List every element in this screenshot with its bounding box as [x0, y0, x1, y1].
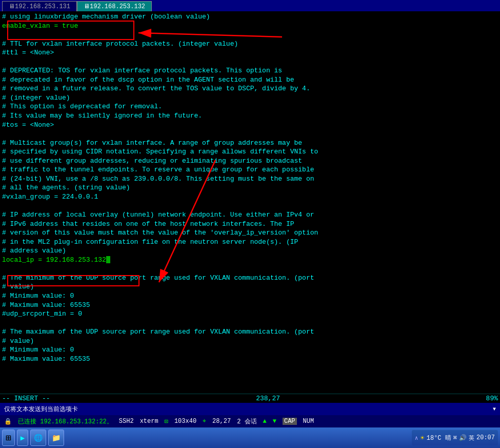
code-line-7: # deprecated in favor of the dscp option… [2, 75, 498, 85]
arrow-up-icon: ▲ [263, 418, 267, 425]
code-line-23: # IPv6 address that resides on one of th… [2, 220, 498, 229]
terminal-taskbar-icon: ▶ [21, 434, 25, 442]
code-line-30: # value) [2, 282, 498, 291]
terminal-type: xterm [140, 418, 158, 425]
code-line-10: # This option is deprecated for removal. [2, 102, 498, 111]
code-line-4: #ttl = <None> [2, 48, 498, 57]
code-line-18: # (24-bit) VNI, use a /8 such as 239.0.0… [2, 174, 498, 184]
cursor-position: 238,27 [256, 395, 280, 402]
network-icon: ⌘ [453, 434, 457, 442]
code-line-12: #tos = <None> [2, 121, 498, 130]
code-line-26: # address value) [2, 246, 498, 256]
send-bar: 仅将文本发送到当前选项卡 ▼ [0, 403, 500, 415]
code-line-24: # version of this value must match the v… [2, 228, 498, 238]
cursor-icon: ⌖ [203, 418, 206, 425]
code-line-22: # IP address of local overlay (tunnel) n… [2, 210, 498, 220]
tab-label-1: 192.168.253.131 [15, 3, 70, 10]
tab-bar: 🖥 192.168.253.131 🖥 192.168.253.132 [0, 0, 500, 11]
main-content: # using linuxbridge mechanism driver (bo… [0, 11, 500, 403]
code-line-19: # all the agents. (string value) [2, 183, 498, 192]
code-line-2 [2, 30, 498, 40]
code-line-21 [2, 201, 498, 210]
tab-icon-2: 🖥 [84, 3, 90, 10]
code-line-0: # using linuxbridge mechanism driver (bo… [2, 12, 498, 22]
code-line-28 [2, 264, 498, 274]
cap-label: CAP [283, 418, 297, 425]
protocol-label: SSH2 [119, 418, 134, 425]
code-line-5 [2, 57, 498, 67]
sys-tray: ∧ ☀ 18°C 晴 ⌘ 🔊 英 20:07 [412, 430, 498, 445]
code-line-27: local_ip = 192.168.253.132 [2, 256, 498, 265]
clock: 20:07 [476, 434, 495, 441]
tab-2[interactable]: 🖥 192.168.253.132 [77, 1, 152, 11]
code-line-3: # TTL for vxlan interface protocol packe… [2, 40, 498, 49]
cursor-pos: 28,27 [212, 418, 231, 425]
dropdown-arrow-icon[interactable]: ▼ [493, 406, 496, 412]
code-line-20: #vxlan_group = 224.0.0.1 [2, 192, 498, 202]
code-line-11: # Its value may be silently ignored in t… [2, 111, 498, 121]
arrow-down-icon: ▼ [273, 418, 276, 425]
send-label: 仅将文本发送到当前选项卡 [4, 405, 78, 414]
start-button[interactable]: ⊞ [2, 430, 15, 446]
connection-status: 已连接 192.168.253.132:22。 [18, 417, 113, 426]
tab-icon-1: 🖥 [9, 3, 15, 10]
conn-bar: 🔒 已连接 192.168.253.132:22。 SSH2 xterm ⊡ 1… [0, 415, 500, 427]
taskbar: ⊞ ▶ 🌐 📁 ∧ ☀ 18°C 晴 ⌘ 🔊 英 20:07 [0, 427, 500, 448]
weather-icon: ☀ [420, 434, 424, 442]
code-line-37: # Minimum value: 0 [2, 345, 498, 355]
folder-icon: 📁 [52, 434, 61, 442]
code-line-31: # Minimum value: 0 [2, 291, 498, 301]
weather-temp: 18°C 晴 [427, 434, 451, 442]
num-label: NUM [303, 418, 314, 425]
code-area[interactable]: # using linuxbridge mechanism driver (bo… [0, 11, 500, 394]
lock-icon: 🔒 [4, 418, 12, 425]
size-icon: ⊡ [165, 418, 168, 425]
text-cursor [106, 256, 110, 263]
code-line-14: # Multicast group(s) for vxlan interface… [2, 139, 498, 148]
code-lines: # using linuxbridge mechanism driver (bo… [2, 12, 498, 363]
terminal-window: 🖥 192.168.253.131 🖥 192.168.253.132 # us… [0, 0, 500, 448]
code-line-17: # traffic to the tunnel endpoints. To re… [2, 165, 498, 174]
code-line-6: # DEPRECATED: TOS for vxlan interface pr… [2, 66, 498, 75]
code-line-25: # in the ML2 plug-in configuration file … [2, 238, 498, 247]
terminal-size: 103x40 [174, 418, 196, 425]
code-line-1: enable_vxlan = true [2, 22, 498, 31]
scroll-percent: 89% [486, 395, 498, 402]
folder-taskbar-btn[interactable]: 📁 [48, 430, 64, 446]
input-icon: 英 [469, 434, 474, 442]
code-line-34 [2, 319, 498, 328]
browser-taskbar-btn[interactable]: 🌐 [30, 430, 46, 446]
code-line-16: # use different group addresses, reducin… [2, 157, 498, 166]
status-bar: -- INSERT -- 238,27 89% [0, 394, 500, 403]
speaker-icon: 🔊 [459, 434, 467, 442]
code-line-9: # (integer value) [2, 93, 498, 103]
code-line-29: # The minimum of the UDP source port ran… [2, 274, 498, 283]
code-line-32: # Maximum value: 65535 [2, 301, 498, 310]
code-line-8: # removed in a future release. To conver… [2, 84, 498, 93]
tab-label-2: 192.168.253.132 [90, 3, 145, 10]
start-icon: ⊞ [6, 432, 11, 443]
terminal-taskbar-btn[interactable]: ▶ [17, 430, 28, 446]
tab-1[interactable]: 🖥 192.168.253.131 [2, 1, 77, 11]
chevron-icon[interactable]: ∧ [415, 435, 418, 441]
code-line-15: # specified by using CIDR notation. Spec… [2, 147, 498, 157]
code-line-36: # value) [2, 337, 498, 346]
code-line-38: # Maximum value: 65535 [2, 355, 498, 364]
code-line-35: # The maximum of the UDP source port ran… [2, 327, 498, 337]
browser-icon: 🌐 [34, 434, 43, 442]
code-line-13 [2, 129, 498, 139]
vim-mode: -- INSERT -- [2, 395, 50, 402]
code-line-33: #udp_srcport_min = 0 [2, 309, 498, 319]
session-count: 2 会话 [237, 417, 256, 426]
